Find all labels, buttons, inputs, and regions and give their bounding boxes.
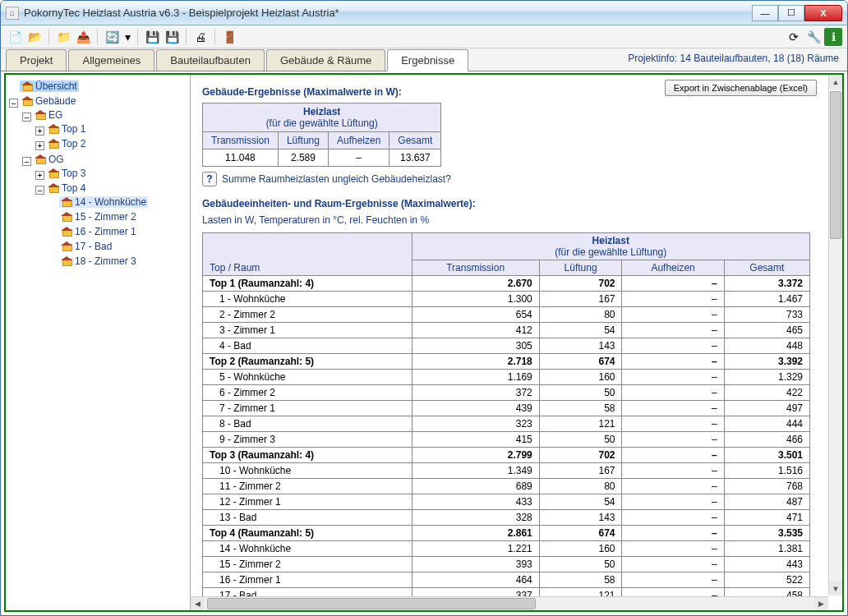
results-panel: Export in Zwischenablage (Excel) Gebäude…: [191, 75, 828, 596]
exit-icon[interactable]: 🚪: [220, 28, 238, 46]
save-icon[interactable]: 💾: [143, 28, 161, 46]
tab-gebaeude-raeume[interactable]: Gebäude & Räume: [266, 49, 385, 71]
table-row: 1 - Wohnküche1.300167–1.467: [203, 292, 810, 307]
table-row: 15 - Zimmer 239350–443: [203, 557, 810, 572]
tab-projekt[interactable]: Projekt: [6, 49, 67, 71]
table-row: 11 - Zimmer 268980–768: [203, 479, 810, 494]
tree-overview[interactable]: Übersicht: [20, 80, 79, 92]
tree-top4[interactable]: Top 4: [46, 182, 87, 194]
tab-bar: Projekt Allgemeines Bauteilaufbauten Geb…: [1, 48, 847, 71]
expand-icon[interactable]: –: [9, 99, 18, 108]
reload-icon[interactable]: ⟳: [785, 28, 803, 46]
row-gesamt: 443: [724, 557, 809, 572]
tree-room-17[interactable]: 17 - Bad: [59, 241, 113, 252]
table-row: 8 - Bad323121–444: [203, 416, 810, 432]
expand-icon[interactable]: –: [35, 186, 44, 195]
tree-eg[interactable]: EG: [33, 109, 64, 121]
table-row: 14 - Wohnküche1.221160–1.381: [203, 541, 810, 557]
row-aufheizen: –: [622, 448, 724, 463]
info-icon[interactable]: ℹ: [824, 28, 842, 46]
unit-results-heading: Gebäudeeinheiten- und Raum-Ergebnisse (M…: [202, 198, 817, 209]
expand-icon[interactable]: +: [35, 126, 44, 136]
row-lueftung: 121: [539, 588, 622, 597]
row-lueftung: 121: [539, 416, 622, 432]
table-row: Top 3 (Raumanzahl: 4)2.799702–3.501: [203, 448, 810, 463]
row-lueftung: 50: [539, 385, 622, 401]
row-lueftung: 702: [539, 276, 622, 292]
row-name: 15 - Zimmer 2: [203, 557, 412, 572]
row-aufheizen: –: [622, 557, 724, 572]
val-aufheizen: –: [328, 149, 389, 167]
refresh-icon[interactable]: 🔄: [103, 28, 121, 46]
row-gesamt: 465: [724, 323, 809, 338]
new-icon[interactable]: 📄: [6, 28, 24, 46]
export-excel-button[interactable]: Export in Zwischenablage (Excel): [665, 80, 817, 96]
scroll-down-icon[interactable]: ▼: [829, 582, 842, 595]
col-lueftung: Lüftung: [539, 260, 622, 276]
tree-top3[interactable]: Top 3: [46, 168, 87, 179]
settings-icon[interactable]: 🔧: [804, 28, 823, 46]
horizontal-scrollbar[interactable]: ◀ ▶: [191, 596, 828, 610]
tab-ergebnisse[interactable]: Ergebnisse: [387, 49, 468, 71]
tree-og[interactable]: OG: [33, 154, 66, 165]
tree-top1[interactable]: Top 1: [46, 123, 87, 135]
folder-icon[interactable]: 📁: [54, 28, 72, 46]
tree-building[interactable]: Gebäude: [20, 95, 77, 107]
table-row: Top 4 (Raumanzahl: 5)2.861674–3.535: [203, 526, 810, 541]
scroll-thumb[interactable]: [207, 598, 536, 609]
row-aufheizen: –: [622, 307, 724, 323]
minimize-button[interactable]: —: [752, 5, 778, 21]
expand-icon[interactable]: +: [35, 171, 44, 180]
heizlast-sublabel: (für die gewählte Lüftung): [266, 117, 378, 129]
scroll-right-icon[interactable]: ▶: [814, 597, 828, 610]
tree-room-15[interactable]: 15 - Zimmer 2: [59, 211, 138, 223]
tree-room-14[interactable]: 14 - Wohnküche: [59, 196, 148, 208]
row-transmission: 439: [412, 401, 539, 416]
row-gesamt: 458: [724, 588, 809, 597]
row-gesamt: 444: [724, 416, 809, 432]
print-icon[interactable]: 🖨: [191, 28, 210, 46]
table-row: 6 - Zimmer 237250–422: [203, 385, 810, 401]
row-lueftung: 167: [539, 463, 622, 479]
house-icon: [48, 139, 59, 149]
row-gesamt: 487: [724, 494, 809, 510]
col-aufheizen: Aufheizen: [622, 260, 724, 276]
scroll-thumb[interactable]: [830, 91, 841, 239]
row-gesamt: 448: [724, 338, 809, 354]
row-name: 17 - Bad: [203, 588, 412, 597]
tree-top2[interactable]: Top 2: [46, 138, 87, 149]
row-name: Top 1 (Raumanzahl: 4): [203, 276, 412, 292]
help-link[interactable]: Summe Raumheizlasten ungleich Gebäudehei…: [222, 173, 451, 185]
vertical-scrollbar[interactable]: ▲ ▼: [828, 75, 842, 595]
row-transmission: 1.169: [412, 370, 539, 385]
building-results-table: Heizlast(für die gewählte Lüftung) Trans…: [202, 103, 441, 167]
row-gesamt: 3.372: [724, 276, 809, 292]
row-name: 12 - Zimmer 1: [203, 494, 412, 510]
row-transmission: 2.670: [412, 276, 539, 292]
help-icon[interactable]: ?: [202, 172, 217, 186]
expand-icon[interactable]: –: [22, 113, 31, 122]
import-icon[interactable]: 📤: [74, 28, 92, 46]
house-icon: [48, 168, 59, 178]
row-aufheizen: –: [622, 494, 724, 510]
row-name: 6 - Zimmer 2: [203, 385, 412, 401]
scroll-up-icon[interactable]: ▲: [829, 75, 842, 89]
open-icon[interactable]: 📂: [25, 28, 44, 46]
tree-room-18[interactable]: 18 - Zimmer 3: [59, 255, 138, 267]
row-name: 1 - Wohnküche: [203, 292, 412, 307]
tree-room-16[interactable]: 16 - Zimmer 1: [59, 226, 138, 237]
tab-bauteilaufbauten[interactable]: Bauteilaufbauten: [156, 49, 265, 71]
scroll-left-icon[interactable]: ◀: [191, 597, 205, 610]
tab-allgemeines[interactable]: Allgemeines: [68, 49, 154, 71]
house-icon: [21, 81, 33, 91]
expand-icon[interactable]: –: [22, 157, 31, 166]
row-transmission: 393: [412, 557, 539, 572]
row-transmission: 2.861: [412, 526, 539, 541]
close-button[interactable]: X: [804, 5, 842, 21]
expand-icon[interactable]: +: [35, 141, 44, 150]
saveas-icon[interactable]: 💾: [163, 28, 181, 46]
row-transmission: 412: [412, 323, 539, 338]
maximize-button[interactable]: ☐: [778, 5, 804, 21]
dropdown-icon[interactable]: ▾: [122, 28, 132, 46]
row-transmission: 1.300: [412, 292, 539, 307]
